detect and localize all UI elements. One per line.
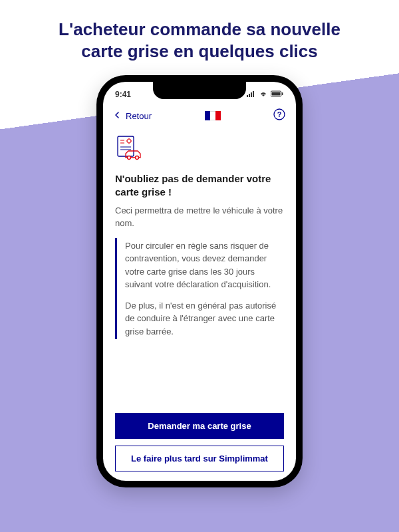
svg-rect-3 (253, 91, 254, 97)
phone-frame: 9:41 Retour (96, 75, 303, 487)
button-area: Demander ma carte grise Le faire plus ta… (115, 413, 284, 471)
hero-title: L'acheteur commande sa nouvelle carte gr… (0, 0, 399, 75)
svg-rect-2 (251, 92, 252, 97)
svg-point-12 (127, 139, 131, 143)
svg-rect-1 (249, 94, 250, 97)
svg-rect-5 (272, 92, 281, 96)
wifi-icon (259, 90, 268, 99)
phone-screen: 9:41 Retour (103, 82, 296, 481)
france-flag-icon (205, 111, 221, 120)
request-card-button[interactable]: Demander ma carte grise (115, 413, 284, 439)
svg-rect-0 (247, 95, 248, 97)
info-paragraph-1: Pour circuler en règle sans risquer de c… (125, 239, 284, 291)
svg-rect-6 (282, 92, 283, 95)
content-area: N'oubliez pas de demander votre carte gr… (103, 128, 296, 339)
intro-text: Ceci permettra de mettre le véhicule à v… (115, 205, 284, 230)
screen-title: N'oubliez pas de demander votre carte gr… (115, 172, 284, 198)
back-label: Retour (126, 111, 152, 121)
arrow-left-icon (114, 111, 122, 121)
info-paragraph-2: De plus, il n'est en général pas autoris… (125, 299, 284, 338)
later-button[interactable]: Le faire plus tard sur Simplimmat (115, 446, 284, 471)
info-callout: Pour circuler en règle sans risquer de c… (115, 238, 284, 340)
svg-point-20 (136, 156, 139, 160)
status-time: 9:41 (115, 90, 131, 99)
help-icon[interactable]: ? (273, 108, 285, 123)
status-icons (247, 90, 284, 99)
top-nav: Retour ? (103, 102, 296, 128)
svg-text:?: ? (277, 110, 282, 118)
phone-notch (153, 82, 246, 99)
signal-icon (247, 90, 256, 99)
svg-point-19 (128, 156, 131, 160)
document-car-icon (115, 134, 284, 166)
battery-icon (271, 90, 284, 99)
back-button[interactable]: Retour (114, 111, 152, 121)
